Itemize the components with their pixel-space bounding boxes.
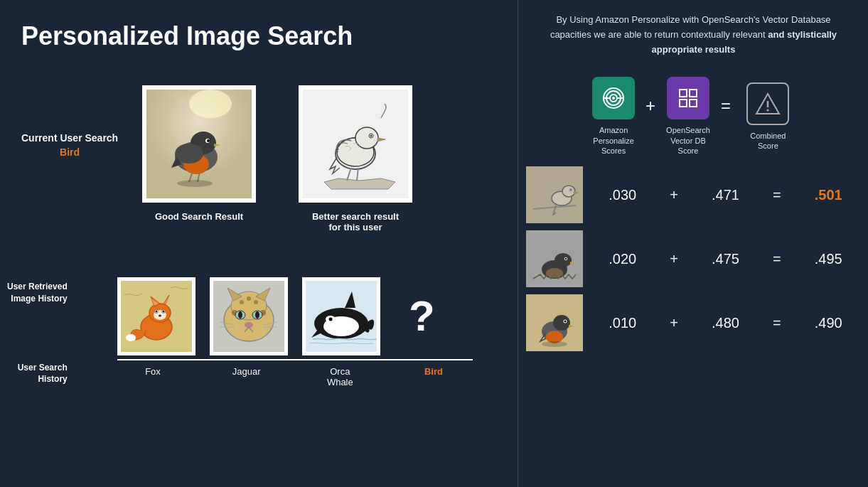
section-divider <box>518 0 518 487</box>
score-row-3: .010 + .480 = .490 <box>526 294 861 351</box>
personalize-score-1: .030 <box>605 187 641 203</box>
history-orca-image <box>306 281 377 352</box>
timeline-label-bird: Bird <box>395 366 473 387</box>
combined-score-1: .501 <box>810 187 846 203</box>
plus-operator-1: + <box>645 96 655 116</box>
right-header: By Using Amazon Personalize with OpenSea… <box>519 0 868 70</box>
personalize-score-3: .010 <box>605 315 641 331</box>
opensearch-icon-box <box>667 77 709 119</box>
svg-point-44 <box>247 296 251 301</box>
svg-point-35 <box>159 315 161 317</box>
score-thumbnail-2 <box>526 230 583 287</box>
score-values-2: .020 + .475 = .495 <box>583 251 861 267</box>
score-values-1: .030 + .471 = .501 <box>583 187 861 203</box>
timeline-label-jaguar: Jaguar <box>208 366 286 387</box>
svg-point-1 <box>189 90 232 118</box>
opensearch-icon-group: OpenSearchVector DBScore <box>666 77 710 156</box>
plus-op-2: + <box>670 251 678 267</box>
good-result-card: Good Search Result <box>142 85 256 222</box>
score-row-2: .020 + .475 = .495 <box>526 230 861 287</box>
history-fox-frame <box>117 277 195 355</box>
svg-point-7 <box>207 139 210 142</box>
svg-rect-69 <box>680 90 687 97</box>
combined-icon-label: Combined Score <box>741 131 795 151</box>
svg-point-75 <box>767 109 769 111</box>
svg-rect-70 <box>690 90 697 97</box>
history-fox-image <box>121 281 192 352</box>
right-section: By Using Amazon Personalize with OpenSea… <box>519 0 868 487</box>
svg-rect-72 <box>690 100 697 107</box>
equals-op-1: = <box>773 187 781 203</box>
score-thumbnail-1 <box>526 166 583 223</box>
vector-score-3: .480 <box>707 315 743 331</box>
plus-op-3: + <box>670 315 678 331</box>
good-result-image <box>146 90 252 198</box>
score-thumbnail-3 <box>526 294 583 351</box>
equals-op-2: = <box>773 251 781 267</box>
svg-point-5 <box>175 144 203 164</box>
equals-op-3: = <box>773 315 781 331</box>
svg-point-36 <box>126 334 136 341</box>
svg-point-12 <box>177 180 213 187</box>
good-result-frame <box>142 85 256 203</box>
history-jaguar-image <box>213 281 284 352</box>
svg-point-96 <box>564 321 567 323</box>
better-result-frame <box>299 85 412 203</box>
question-mark: ? <box>409 295 435 338</box>
svg-point-47 <box>238 311 242 319</box>
better-result-card: Better search resultfor this user <box>299 85 412 232</box>
history-image-label: User RetrievedImage History <box>7 281 68 305</box>
combined-icon-group: Combined Score <box>741 82 795 151</box>
svg-point-49 <box>245 322 253 328</box>
svg-point-61 <box>329 318 333 321</box>
history-orca-frame <box>302 277 380 355</box>
timeline-label-orca: OrcaWhale <box>301 366 379 387</box>
history-jaguar-frame <box>210 277 288 355</box>
svg-point-68 <box>612 97 615 100</box>
better-result-label: Better search resultfor this user <box>312 211 399 232</box>
timeline-label-fox: Fox <box>114 366 192 387</box>
svg-point-88 <box>565 258 567 259</box>
score-row-1: .030 + .471 = .501 <box>526 166 861 223</box>
svg-point-33 <box>156 311 158 313</box>
left-section: Personalized Image Search Current User S… <box>0 0 519 487</box>
score-rows-container: .030 + .471 = .501 <box>519 166 868 351</box>
timeline-line <box>117 359 473 360</box>
personalize-icon-group: AmazonPersonalizeScores <box>592 77 635 156</box>
page-title: Personalized Image Search <box>21 21 353 51</box>
svg-point-42 <box>240 300 244 304</box>
svg-point-17 <box>355 127 378 149</box>
vector-score-1: .471 <box>707 187 743 203</box>
personalize-icon-box <box>592 77 635 119</box>
svg-point-43 <box>254 300 258 304</box>
svg-point-97 <box>542 341 567 347</box>
vector-score-2: .475 <box>707 251 743 267</box>
good-result-label: Good Search Result <box>155 211 243 222</box>
equals-operator-1: = <box>721 96 731 116</box>
current-search-label: Current User Search Bird <box>21 132 118 159</box>
timeline-labels: Fox Jaguar OrcaWhale Bird <box>117 366 473 387</box>
history-search-label: User SearchHistory <box>7 362 68 386</box>
combined-icon-box <box>746 82 789 125</box>
personalize-icon-label: AmazonPersonalizeScores <box>593 125 633 156</box>
opensearch-icon-label: OpenSearchVector DBScore <box>666 125 710 156</box>
better-result-image <box>303 90 408 198</box>
svg-point-85 <box>554 253 572 267</box>
svg-point-19 <box>370 135 373 137</box>
combined-score-2: .495 <box>810 251 846 267</box>
combined-score-3: .490 <box>810 315 846 331</box>
top-images-container: Good Search Result <box>142 85 412 232</box>
personalize-score-2: .020 <box>605 251 641 267</box>
svg-point-48 <box>255 311 259 319</box>
svg-point-82 <box>570 189 572 191</box>
svg-rect-71 <box>680 100 687 107</box>
svg-point-34 <box>163 311 165 313</box>
svg-point-93 <box>553 315 570 331</box>
score-values-3: .010 + .480 = .490 <box>583 315 861 331</box>
plus-op-1: + <box>670 187 678 203</box>
score-formula-row: AmazonPersonalizeScores + OpenSearchVect… <box>519 77 868 156</box>
svg-point-79 <box>562 186 575 197</box>
